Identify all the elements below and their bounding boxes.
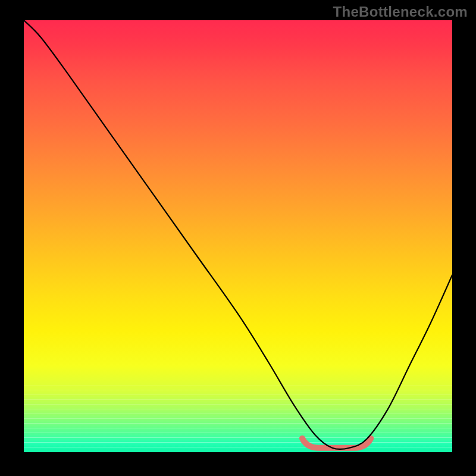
watermark-text: TheBottleneck.com [333, 4, 468, 20]
optimal-range-highlight [302, 439, 371, 448]
chart-frame: TheBottleneck.com [0, 0, 476, 476]
plot-area [24, 20, 452, 452]
bottleneck-curve [24, 20, 452, 449]
curve-svg [24, 20, 452, 452]
